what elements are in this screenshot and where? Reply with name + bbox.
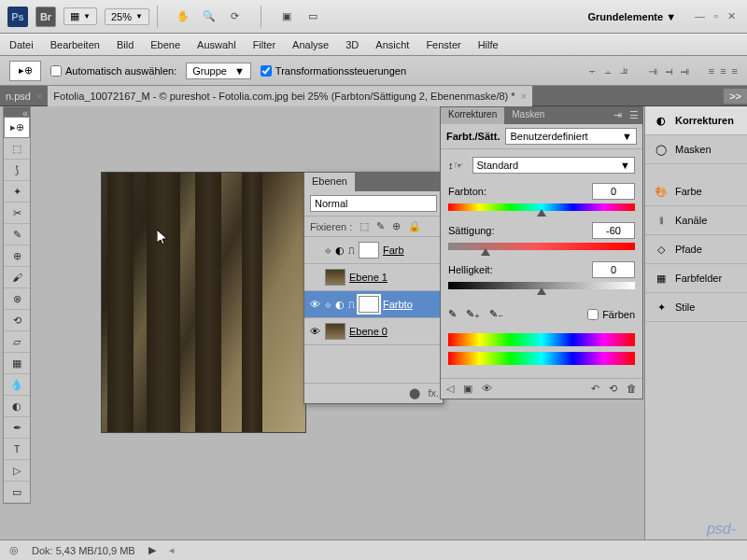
tab-doc2[interactable]: Fotolia_10072167_M - © pureshot - Fotoli…	[48, 86, 532, 106]
layer-name[interactable]: Farb	[383, 245, 439, 256]
menu-fenster[interactable]: Fenster	[426, 39, 460, 50]
layer-name[interactable]: Ebene 1	[349, 272, 439, 283]
layer-row[interactable]: ⟐ ◐ ⎍ Farb	[304, 237, 443, 264]
eyedropper-plus-icon[interactable]: ✎₊	[466, 308, 480, 320]
menu-auswahl[interactable]: Auswahl	[197, 39, 236, 50]
layer-thumb[interactable]	[325, 323, 345, 340]
light-value[interactable]: 0	[592, 261, 635, 278]
auto-select-check[interactable]: Automatisch auswählen:	[50, 65, 176, 77]
mask-thumb[interactable]	[359, 242, 379, 259]
hand-icon[interactable]: ✋	[175, 8, 191, 25]
return-icon[interactable]: ◁	[446, 383, 454, 395]
clip-icon[interactable]: ▣	[463, 383, 472, 395]
tool-eraser[interactable]: ▱	[4, 331, 30, 353]
menu-3d[interactable]: 3D	[345, 39, 359, 50]
tool-gradient[interactable]: ▦	[4, 353, 30, 374]
app-icon[interactable]: Ps	[7, 7, 28, 27]
tab-overflow[interactable]: >>	[724, 89, 747, 104]
visibility-icon[interactable]: 👁	[308, 326, 321, 337]
arrange-icon[interactable]: ▣	[278, 8, 295, 25]
layer-thumb[interactable]	[325, 269, 345, 286]
layer-row[interactable]: 👁 Ebene 0	[304, 318, 443, 345]
minimize-icon[interactable]: —	[695, 10, 705, 22]
lock-move-icon[interactable]: ⊕	[392, 220, 401, 232]
menu-bearbeiten[interactable]: Bearbeiten	[50, 39, 100, 50]
tab-doc1[interactable]: n.psd×	[0, 86, 48, 106]
status-more-icon[interactable]: ▶	[148, 544, 156, 556]
tool-heal[interactable]: ⊕	[4, 245, 30, 267]
menu-ansicht[interactable]: Ansicht	[375, 39, 409, 50]
tool-marquee[interactable]: ⬚	[4, 138, 30, 160]
dock-pfade[interactable]: ◇Pfade	[645, 235, 747, 264]
tool-pen[interactable]: ✒	[4, 417, 30, 439]
distribute-icon[interactable]: ≡	[720, 65, 726, 77]
tool-blur[interactable]: 💧	[4, 374, 30, 396]
zoom-dropdown[interactable]: 25%▼	[105, 8, 149, 25]
tool-brush[interactable]: 🖌	[4, 267, 30, 288]
visibility-icon[interactable]: 👁	[308, 299, 321, 310]
menu-datei[interactable]: Datei	[9, 39, 34, 50]
tool-stamp[interactable]: ⊗	[4, 288, 30, 310]
tool-type[interactable]: T	[4, 439, 30, 460]
distribute-icon[interactable]: ≡	[709, 65, 714, 77]
tab-korrekturen[interactable]: Korrekturen	[441, 107, 504, 124]
targeted-adj-icon[interactable]: ↕☞	[448, 160, 463, 172]
tool-eyedropper[interactable]: ✎	[4, 224, 30, 245]
align-icon[interactable]: ⫡	[619, 65, 629, 77]
align-icon[interactable]: ⫣	[648, 65, 658, 77]
view-icon[interactable]: 👁	[482, 383, 492, 395]
eyedropper-minus-icon[interactable]: ✎₋	[489, 308, 503, 320]
layer-name[interactable]: Ebene 0	[349, 326, 439, 337]
transform-controls-check[interactable]: Transformationssteuerungen	[261, 65, 406, 77]
layer-row[interactable]: 👁 ⟐ ◐ ⎍ Farbto	[304, 291, 443, 318]
menu-analyse[interactable]: Analyse	[292, 39, 329, 50]
light-slider[interactable]	[448, 282, 635, 289]
menu-filter[interactable]: Filter	[253, 39, 275, 50]
screen-icon[interactable]: ▭	[304, 8, 321, 25]
dock-korrekturen[interactable]: ◐Korrekturen	[645, 106, 747, 135]
blend-mode-select[interactable]: Normal	[310, 195, 437, 212]
panel-expand-icon[interactable]: ⇥	[610, 107, 626, 124]
tool-move[interactable]: ▸⊕	[4, 117, 30, 138]
lock-pixels-icon[interactable]: ⬚	[359, 220, 369, 232]
zoom-icon[interactable]: 🔍	[201, 8, 218, 25]
reset-icon[interactable]: ⟲	[609, 383, 617, 395]
link-layers-icon[interactable]: ⬤	[409, 387, 420, 399]
colorize-check[interactable]: Färben	[587, 309, 635, 320]
layer-name[interactable]: Farbto	[383, 299, 439, 310]
tool-history[interactable]: ⟲	[4, 310, 30, 331]
maximize-icon[interactable]: ▫	[714, 10, 718, 22]
align-icon[interactable]: ⫟	[587, 65, 598, 77]
align-icon[interactable]: ⫥	[680, 65, 690, 77]
toolbox-collapse-icon[interactable]: «	[22, 107, 28, 117]
tool-dodge[interactable]: ◐	[4, 396, 30, 417]
workspace-switcher[interactable]: Grundelemente ▼	[580, 9, 684, 24]
rotate-icon[interactable]: ⟳	[227, 8, 244, 25]
close-icon[interactable]: ✕	[727, 10, 736, 22]
status-zoom-icon[interactable]: ◎	[9, 544, 19, 556]
tool-crop[interactable]: ✂	[4, 203, 30, 224]
layer-row[interactable]: Ebene 1	[304, 264, 443, 291]
dock-masken[interactable]: ◯Masken	[645, 135, 747, 164]
menu-ebene[interactable]: Ebene	[150, 39, 180, 50]
dock-kanaele[interactable]: ⦀Kanäle	[645, 206, 747, 235]
prev-state-icon[interactable]: ↶	[591, 383, 599, 395]
mask-thumb[interactable]	[359, 296, 379, 313]
distribute-icon[interactable]: ≡	[732, 65, 738, 77]
dock-stile[interactable]: ✦Stile	[645, 293, 747, 322]
eyedropper-icon[interactable]: ✎	[448, 308, 457, 320]
trash-icon[interactable]: 🗑	[627, 383, 637, 395]
canvas-image[interactable]	[101, 172, 306, 433]
align-icon[interactable]: ⫤	[664, 65, 674, 77]
tool-wand[interactable]: ✦	[4, 181, 30, 203]
sat-value[interactable]: -60	[592, 222, 635, 239]
dock-farbfelder[interactable]: ▦Farbfelder	[645, 264, 747, 293]
bridge-icon[interactable]: Br	[35, 7, 56, 27]
tab-ebenen[interactable]: Ebenen	[304, 173, 355, 191]
hue-slider[interactable]	[448, 203, 635, 211]
auto-select-target[interactable]: Gruppe▼	[186, 63, 251, 79]
move-tool-indicator[interactable]: ▸⊕	[9, 61, 41, 81]
sat-slider[interactable]	[448, 243, 635, 250]
menu-hilfe[interactable]: Hilfe	[478, 39, 499, 50]
lock-paint-icon[interactable]: ✎	[376, 220, 385, 232]
